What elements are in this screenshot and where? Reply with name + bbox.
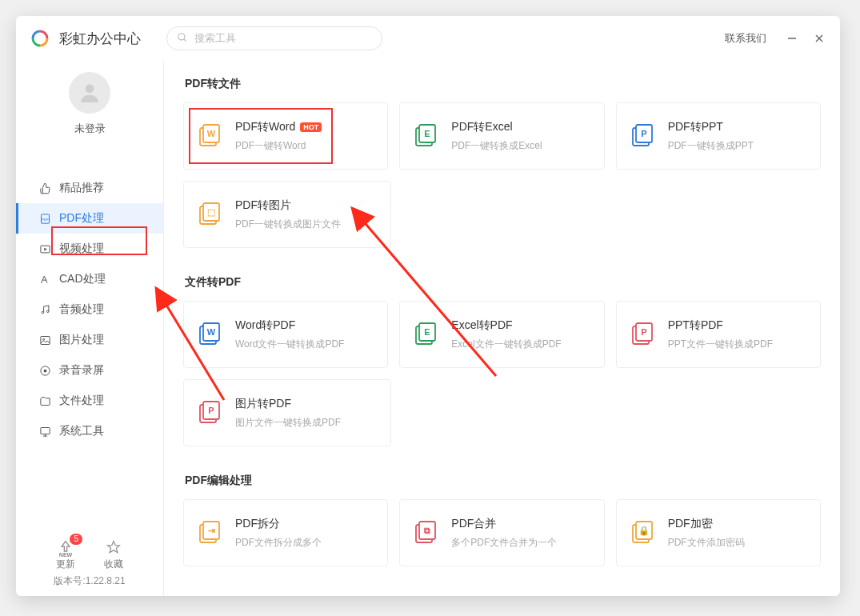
tool-card[interactable]: WWord转PDFWord文件一键转换成PDF [183, 301, 388, 368]
card-text: PPT转PDFPPT文件一键转换成PDF [668, 318, 773, 351]
card-subtitle: PPT文件一键转换成PDF [668, 338, 773, 351]
card-text: Excel转PDFExcel文件一键转换成PDF [451, 318, 561, 351]
main-content: PDF转文件WPDF转WordHOTPDF一键转WordEPDF转ExcelPD… [164, 61, 840, 596]
tool-card[interactable]: WPDF转WordHOTPDF一键转Word [183, 102, 388, 170]
card-subtitle: PDF文件添加密码 [668, 536, 745, 550]
tool-card[interactable]: PPPT转PDFPPT文件一键转换成PDF [616, 301, 821, 368]
sidebar-item-3[interactable]: CAD处理 [16, 264, 163, 294]
svg-text:W: W [207, 327, 216, 337]
card-text: PDF转图片PDF一键转换成图片文件 [235, 198, 341, 231]
svg-point-4 [178, 33, 185, 39]
svg-text:⬚: ⬚ [207, 207, 215, 217]
app-window: 彩虹办公中心 搜索工具 联系我们 未登录 精品推荐PDFPDF处理视频处理CAD… [16, 16, 840, 596]
search-input[interactable]: 搜索工具 [166, 26, 382, 50]
section-title: PDF编辑处理 [185, 474, 821, 488]
tool-card[interactable]: ⬚PDF转图片PDF一键转换成图片文件 [183, 181, 391, 248]
sidebar-footer: NEW 5 更新 收藏 版本号:1.22.8.21 [16, 530, 163, 596]
tool-icon: ⬚ [197, 202, 222, 227]
sidebar: 未登录 精品推荐PDFPDF处理视频处理CAD处理音频处理图片处理录音录屏文件处… [16, 61, 164, 596]
card-row: WPDF转WordHOTPDF一键转WordEPDF转ExcelPDF一键转换成… [183, 102, 821, 170]
sidebar-item-label: 文件处理 [59, 394, 104, 408]
update-icon: NEW 5 [57, 538, 74, 556]
sidebar-item-1[interactable]: PDFPDF处理 [16, 203, 163, 234]
tool-icon: E [413, 322, 438, 347]
contact-link[interactable]: 联系我们 [725, 31, 766, 46]
sidebar-item-5[interactable]: 图片处理 [16, 325, 163, 355]
sidebar-item-0[interactable]: 精品推荐 [16, 173, 163, 203]
sidebar-item-7[interactable]: 文件处理 [16, 386, 163, 416]
tool-icon: W [197, 123, 222, 149]
tool-card[interactable]: EPDF转ExcelPDF一键转换成Excel [399, 102, 604, 170]
card-text: PDF转PPTPDF一键转换成PPT [668, 120, 754, 153]
sidebar-item-8[interactable]: 系统工具 [16, 416, 163, 446]
close-button[interactable] [813, 32, 826, 45]
tool-card[interactable]: 🔒PDF加密PDF文件添加密码 [616, 499, 821, 566]
tool-card[interactable]: PPDF转PPTPDF一键转换成PPT [616, 102, 821, 170]
tool-icon: P [630, 322, 655, 347]
update-label: 更新 [56, 558, 75, 571]
avatar[interactable] [69, 72, 110, 114]
version-label: 版本号:1.22.8.21 [16, 574, 163, 588]
update-button[interactable]: NEW 5 更新 [56, 538, 75, 571]
login-status[interactable]: 未登录 [16, 122, 163, 136]
svg-point-9 [86, 84, 94, 93]
sidebar-item-label: 系统工具 [59, 424, 104, 438]
card-title: PDF合并 [451, 517, 496, 530]
sidebar-item-label: PDF处理 [59, 211, 104, 226]
svg-text:🔒: 🔒 [638, 525, 650, 536]
card-subtitle: 多个PDF文件合并为一个 [451, 536, 557, 550]
card-title: PDF转Word [235, 120, 295, 133]
card-text: Word转PDFWord文件一键转换成PDF [235, 318, 344, 351]
tool-icon: ⧉ [413, 520, 438, 546]
sidebar-item-4[interactable]: 音频处理 [16, 294, 163, 325]
card-title: PDF转图片 [235, 198, 291, 211]
tool-card[interactable]: EExcel转PDFExcel文件一键转换成PDF [399, 301, 604, 368]
section-title: PDF转文件 [185, 77, 821, 91]
sidebar-item-6[interactable]: 录音录屏 [16, 355, 163, 386]
tool-icon: E [413, 123, 438, 149]
tool-icon: P [630, 123, 655, 149]
card-subtitle: PDF一键转换成Excel [451, 139, 542, 153]
star-icon [105, 538, 122, 556]
card-row: WWord转PDFWord文件一键转换成PDFEExcel转PDFExcel文件… [183, 301, 821, 368]
card-text: PDF合并多个PDF文件合并为一个 [451, 517, 557, 550]
card-title: Excel转PDF [451, 318, 512, 331]
card-text: PDF转WordHOTPDF一键转Word [235, 120, 322, 153]
svg-text:⇥: ⇥ [208, 526, 215, 535]
tool-card[interactable]: P图片转PDF图片文件一键转换成PDF [183, 379, 391, 446]
sidebar-item-2[interactable]: 视频处理 [16, 234, 163, 264]
minimize-button[interactable] [786, 32, 798, 45]
sidebar-item-label: 精品推荐 [59, 181, 104, 195]
tool-card[interactable]: ⧉PDF合并多个PDF文件合并为一个 [399, 499, 604, 566]
svg-line-5 [184, 38, 186, 41]
svg-text:E: E [425, 327, 430, 337]
favorite-label: 收藏 [104, 558, 123, 571]
cad-icon [38, 273, 51, 286]
hot-badge-icon: HOT [300, 122, 322, 132]
svg-rect-16 [40, 336, 49, 344]
card-subtitle: Word文件一键转换成PDF [235, 338, 344, 351]
card-row: ⬚PDF转图片PDF一键转换成图片文件 [183, 181, 821, 248]
svg-text:W: W [207, 129, 216, 138]
pdf-icon: PDF [38, 212, 51, 225]
tool-icon: 🔒 [630, 520, 655, 546]
card-title: PDF转PPT [668, 120, 723, 133]
app-logo-icon [30, 29, 50, 48]
card-text: 图片转PDF图片文件一键转换成PDF [235, 397, 341, 430]
svg-marker-23 [108, 542, 120, 553]
thumb-icon [38, 182, 51, 194]
svg-text:P: P [208, 406, 214, 415]
window-controls: 联系我们 [725, 31, 826, 46]
svg-point-14 [42, 311, 44, 314]
tool-icon: W [197, 322, 222, 347]
card-subtitle: PDF一键转换成PPT [668, 139, 754, 153]
sidebar-item-label: 图片处理 [59, 333, 104, 347]
card-title: Word转PDF [235, 318, 295, 331]
card-title: PDF转Excel [451, 120, 512, 133]
card-subtitle: PDF一键转Word [235, 139, 322, 153]
image-icon [38, 334, 51, 346]
card-title: PPT转PDF [668, 318, 723, 331]
svg-text:P: P [641, 129, 646, 138]
tool-card[interactable]: ⇥PDF拆分PDF文件拆分成多个 [183, 499, 388, 566]
favorite-button[interactable]: 收藏 [104, 538, 123, 571]
